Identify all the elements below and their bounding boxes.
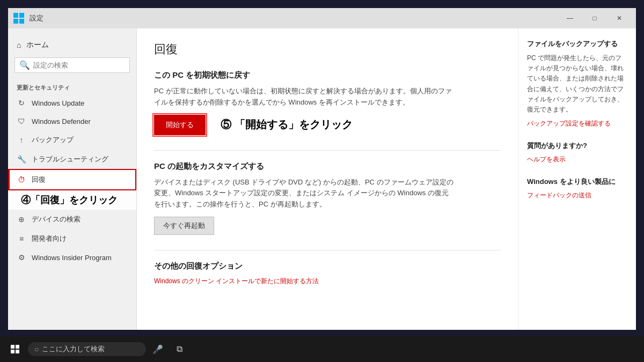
svg-rect-2 (13, 19, 18, 24)
annotation-4-text: ④「回復」をクリック (8, 190, 136, 210)
task-view-icon[interactable]: ⧉ (170, 339, 189, 359)
taskbar-search-icon: ○ (34, 345, 39, 353)
sidebar-section-header: 更新とセキュリティ (8, 79, 136, 94)
right-section-feedback: Windows をより良い製品に フィードバックの送信 (527, 177, 627, 200)
right-backup-title: ファイルをバックアップする (527, 39, 627, 49)
right-feedback-title: Windows をより良い製品に (527, 177, 627, 187)
page-title: 回復 (154, 41, 501, 57)
divider2 (154, 250, 501, 250)
taskbar-search-text: ここに入力して検索 (42, 344, 105, 354)
minimize-button[interactable]: — (558, 10, 582, 26)
mic-icon[interactable]: 🎤 (148, 339, 167, 359)
taskbar-search-box[interactable]: ○ ここに入力して検索 (28, 342, 146, 356)
right-help-title: 質問がありますか? (527, 141, 627, 151)
divider1 (154, 150, 501, 151)
update-icon: ↻ (17, 99, 26, 107)
defender-icon: 🛡 (17, 117, 26, 125)
sidebar-item-label: Windows Defender (32, 117, 91, 125)
svg-rect-0 (13, 13, 18, 18)
sidebar-item-backup[interactable]: ↑ バックアップ (8, 130, 136, 150)
search-icon: 🔍 (19, 60, 30, 70)
developer-icon: ≡ (17, 234, 26, 243)
section1-title: この PC を初期状態に戻す (154, 70, 501, 80)
close-button[interactable]: ✕ (607, 10, 632, 26)
sidebar-item-windows-defender[interactable]: 🛡 Windows Defender (8, 112, 136, 130)
sidebar-item-developer[interactable]: ≡ 開発者向け (8, 229, 136, 248)
section-reset: この PC を初期状態に戻す PC が正常に動作していない場合は、初期状態に戻す… (154, 70, 501, 135)
right-section-backup: ファイルをバックアップする PC で問題が発生したら、元のファイルが見つからない… (527, 39, 627, 128)
clean-install-link[interactable]: Windows のクリーン インストールで新たに開始する方法 (154, 277, 501, 286)
annotation-5-text: ⑤ 「開始する」をクリック (221, 117, 353, 132)
section1-desc: PC が正常に動作していない場合は、初期状態に戻すと解決する場合があります。個人… (154, 86, 455, 108)
maximize-button[interactable]: □ (582, 10, 607, 26)
sidebar-item-windows-update[interactable]: ↻ Windows Update (8, 94, 136, 112)
home-icon: ⌂ (17, 41, 21, 49)
send-feedback-link[interactable]: フィードバックの送信 (527, 191, 627, 200)
section-other: その他の回復オプション Windows のクリーン インストールで新たに開始する… (154, 261, 501, 286)
device-search-icon: ⊕ (17, 215, 26, 224)
sidebar-item-label: Windows Insider Program (32, 254, 112, 262)
search-box[interactable]: 🔍 (14, 57, 130, 73)
right-backup-text: PC で問題が発生したら、元のファイルが見つからない場合、壊れている場合、または… (527, 53, 627, 115)
restart-now-button[interactable]: 今すぐ再起動 (154, 217, 214, 235)
sidebar: ⌂ ホーム 🔍 更新とセキュリティ ↻ Windows Update 🛡 Win… (8, 28, 137, 330)
sidebar-item-label: トラブルシューティング (32, 154, 108, 164)
taskbar: ○ ここに入力して検索 🎤 ⧉ (0, 336, 644, 362)
sidebar-item-insider[interactable]: ⚙ Windows Insider Program (8, 248, 136, 267)
sidebar-home-item[interactable]: ⌂ ホーム (8, 35, 136, 55)
right-panel: ファイルをバックアップする PC で問題が発生したら、元のファイルが見つからない… (518, 28, 636, 330)
troubleshoot-icon: 🔧 (17, 155, 26, 164)
search-input[interactable] (33, 61, 125, 69)
sidebar-item-troubleshoot[interactable]: 🔧 トラブルシューティング (8, 150, 136, 169)
settings-window: 設定 — □ ✕ ⌂ ホーム 🔍 更新とセキュリティ ↻ Windows Upd… (8, 8, 636, 330)
section3-title: その他の回復オプション (154, 261, 501, 271)
start-button[interactable]: 開始する (154, 115, 206, 135)
section2-desc: デバイスまたはディスク (USB ドライブや DVD など) からの起動、PC … (154, 177, 455, 210)
titlebar: 設定 — □ ✕ (8, 8, 636, 28)
show-help-link[interactable]: ヘルプを表示 (527, 155, 627, 164)
sidebar-item-label: 回復 (32, 175, 46, 184)
section-customize: PC の起動をカスタマイズする デバイスまたはディスク (USB ドライブや D… (154, 161, 501, 235)
sidebar-item-label: 開発者向け (32, 234, 67, 243)
home-label: ホーム (26, 40, 49, 50)
section2-title: PC の起動をカスタマイズする (154, 161, 501, 172)
sidebar-item-recovery[interactable]: ⏱ 回復 (8, 169, 136, 190)
recovery-icon: ⏱ (17, 175, 26, 184)
main-panel: 回復 この PC を初期状態に戻す PC が正常に動作していない場合は、初期状態… (137, 28, 518, 330)
titlebar-icon (12, 12, 25, 25)
insider-icon: ⚙ (17, 253, 26, 262)
backup-settings-link[interactable]: バックアップ設定を確認する (527, 119, 627, 128)
window-controls: — □ ✕ (558, 10, 632, 26)
content-area: ⌂ ホーム 🔍 更新とセキュリティ ↻ Windows Update 🛡 Win… (8, 28, 636, 330)
sidebar-item-device-search[interactable]: ⊕ デバイスの検索 (8, 210, 136, 229)
window-title: 設定 (30, 13, 553, 23)
backup-icon: ↑ (17, 136, 26, 144)
right-section-help: 質問がありますか? ヘルプを表示 (527, 141, 627, 164)
svg-rect-1 (19, 13, 24, 18)
sidebar-item-label: デバイスの検索 (32, 215, 80, 224)
sidebar-item-label: バックアップ (32, 135, 74, 145)
start-button-taskbar[interactable] (4, 338, 26, 360)
sidebar-item-label: Windows Update (32, 99, 84, 107)
svg-rect-3 (19, 19, 24, 24)
